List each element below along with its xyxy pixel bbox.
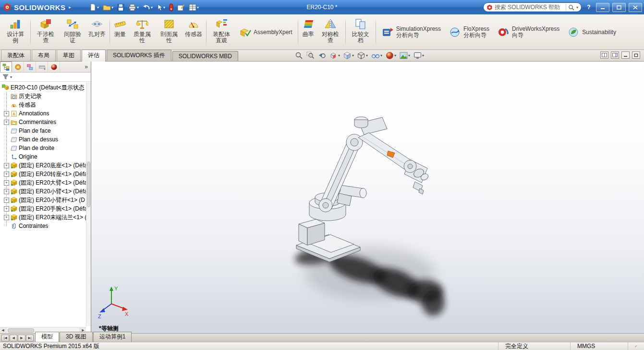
expand-toggle[interactable]: + bbox=[4, 163, 9, 168]
ribbon-button-sustainability[interactable]: Sustainability bbox=[563, 16, 620, 49]
dropdown-caret-icon[interactable]: ▾ bbox=[366, 53, 368, 58]
tab-propertymanager[interactable] bbox=[12, 62, 24, 72]
tree-item-front-plane[interactable]: Plan de face bbox=[0, 126, 91, 135]
dropdown-caret-icon[interactable]: ▾ bbox=[380, 53, 382, 58]
help-search-box[interactable]: ▾ bbox=[483, 2, 582, 12]
robot-model[interactable] bbox=[91, 62, 644, 333]
tree-item-comments[interactable]: + Commentaires bbox=[0, 118, 91, 126]
tab-3d-views[interactable]: 3D 视图 bbox=[60, 332, 93, 342]
ribbon-button-mass-properties[interactable]: 质量属性 bbox=[129, 16, 156, 49]
expand-toggle[interactable]: + bbox=[4, 215, 9, 220]
ribbon-button-design-study[interactable]: 设计算例 bbox=[2, 16, 29, 49]
tab-sketch[interactable]: 草图 bbox=[57, 50, 81, 61]
search-icon[interactable] bbox=[568, 4, 574, 11]
tree-item-annotations[interactable]: + Annotations bbox=[0, 109, 91, 118]
search-caret-icon[interactable]: ▾ bbox=[576, 5, 578, 10]
document-minimize-button[interactable] bbox=[621, 51, 630, 59]
tree-item-origin[interactable]: Origine bbox=[0, 152, 91, 161]
graphics-viewport[interactable]: Y X Z *等轴测 bbox=[91, 62, 644, 333]
panel-tab-overflow-button[interactable]: » bbox=[82, 62, 91, 72]
edit-appearance-button[interactable]: ▾ bbox=[385, 51, 397, 60]
window-minimize-button[interactable] bbox=[596, 3, 609, 12]
ribbon-button-curvature[interactable]: 曲率 bbox=[300, 16, 317, 49]
previous-tab-button[interactable]: ◀ bbox=[10, 335, 17, 341]
view-orientation-button[interactable]: ▾ bbox=[342, 51, 355, 60]
units-selector[interactable]: MMGS bbox=[570, 342, 628, 350]
tab-featuremanager-tree[interactable] bbox=[0, 62, 12, 72]
apply-scene-button[interactable]: ▾ bbox=[399, 51, 411, 60]
ribbon-button-symmetry-check[interactable]: 对称检查 bbox=[317, 16, 344, 49]
ribbon-button-interference-detection[interactable]: 干涉检查 bbox=[32, 16, 59, 49]
options-button[interactable]: ▾ bbox=[187, 3, 200, 12]
ribbon-button-driveworksxpress-wizard[interactable]: DriveWorksXpress 向导 bbox=[493, 16, 563, 49]
filter-caret-icon[interactable]: ▾ bbox=[10, 75, 12, 79]
tree-item-part-wrist[interactable]: + (固定) ER20手腕<1> (Défa bbox=[0, 204, 91, 213]
tab-solidworks-addins[interactable]: SOLIDWORKS 插件 bbox=[107, 50, 171, 61]
select-button[interactable]: ▾ bbox=[155, 3, 167, 12]
dropdown-caret-icon[interactable]: ▾ bbox=[137, 5, 139, 10]
tab-evaluate[interactable]: 评估 bbox=[82, 50, 106, 62]
window-close-button[interactable] bbox=[629, 3, 642, 12]
dropdown-caret-icon[interactable]: ▾ bbox=[197, 5, 199, 10]
dropdown-caret-icon[interactable]: ▾ bbox=[163, 5, 165, 10]
expand-toggle[interactable]: + bbox=[4, 180, 9, 186]
help-button[interactable]: ? bbox=[584, 3, 593, 12]
tree-item-mates[interactable]: Contraintes bbox=[0, 222, 91, 230]
tree-item-part-smallarm[interactable]: + (固定) ER20小臂<1> (Défa bbox=[0, 187, 91, 196]
display-pane-toggle-button[interactable] bbox=[600, 51, 608, 59]
tree-item-part-end-flange[interactable]: + (固定) ER20末端法兰<1> ( bbox=[0, 213, 91, 222]
new-document-button[interactable]: ▾ bbox=[87, 2, 100, 12]
app-logo[interactable]: SOLIDWORKS ▸ bbox=[0, 3, 75, 12]
tab-motion-study-1[interactable]: 运动算例1 bbox=[93, 332, 132, 342]
tree-filter-row[interactable]: ▾ bbox=[0, 73, 91, 82]
section-view-button[interactable]: ▾ bbox=[328, 51, 341, 60]
ribbon-button-floxpress-wizard[interactable]: FloXpress 分析向导 bbox=[445, 16, 493, 49]
ribbon-button-simulationxpress-wizard[interactable]: SimulationXpress 分析向导 bbox=[377, 16, 445, 49]
zoom-to-area-button[interactable] bbox=[305, 51, 316, 60]
tree-item-part-bigarm[interactable]: + (固定) ER20大臂<1> (Défa bbox=[0, 178, 91, 187]
tree-item-sensors[interactable]: 传感器 bbox=[0, 100, 91, 109]
dropdown-caret-icon[interactable]: ▾ bbox=[422, 53, 424, 58]
tree-root-assembly[interactable]: ER20-C10 (Défaut<显示状态 bbox=[0, 83, 91, 92]
window-restore-button[interactable] bbox=[612, 3, 626, 12]
print-button[interactable]: ▾ bbox=[127, 3, 140, 12]
dropdown-caret-icon[interactable]: ▾ bbox=[338, 53, 340, 58]
next-tab-button[interactable]: ▶ bbox=[18, 335, 25, 341]
dropdown-caret-icon[interactable]: ▾ bbox=[352, 53, 354, 58]
tab-dimxpertmanager[interactable] bbox=[36, 62, 48, 72]
expand-toggle[interactable]: + bbox=[4, 111, 9, 116]
tab-displaymanager[interactable] bbox=[48, 62, 60, 72]
expand-toggle[interactable]: + bbox=[4, 206, 9, 212]
tab-layout[interactable]: 布局 bbox=[32, 50, 56, 61]
expand-toggle[interactable]: + bbox=[4, 120, 9, 125]
ribbon-button-clearance-verification[interactable]: 间隙验证 bbox=[59, 16, 86, 49]
ribbon-button-hole-alignment[interactable]: 孔对齐 bbox=[86, 16, 108, 49]
view-settings-button[interactable]: ▾ bbox=[413, 51, 425, 60]
tree-item-right-plane[interactable]: Plan de droite bbox=[0, 144, 91, 152]
tree-item-part-turret[interactable]: + (固定) ER20转座<1> (Défa bbox=[0, 170, 91, 178]
scroll-left-button[interactable]: ◀ bbox=[0, 327, 6, 334]
edit-component-button[interactable] bbox=[176, 3, 186, 12]
dropdown-caret-icon[interactable]: ▾ bbox=[394, 53, 396, 58]
horizontal-scroll-thumb[interactable] bbox=[8, 328, 34, 333]
display-style-button[interactable]: ▾ bbox=[356, 51, 369, 60]
hide-show-items-button[interactable]: ▾ bbox=[370, 51, 383, 60]
open-button[interactable]: ▾ bbox=[101, 3, 115, 12]
tree-item-part-smallarm-rod[interactable]: + (固定) ER20小臂杆<1> (D bbox=[0, 196, 91, 204]
dropdown-caret-icon[interactable]: ▾ bbox=[97, 5, 99, 10]
menu-expand-arrow-icon[interactable]: ▸ bbox=[69, 5, 71, 10]
ribbon-button-compare-documents[interactable]: 比较文档 bbox=[347, 16, 374, 49]
ribbon-button-assemblyxpert[interactable]: AssemblyXpert bbox=[235, 16, 296, 49]
vertical-scroll-thumb[interactable] bbox=[87, 162, 90, 207]
tree-item-top-plane[interactable]: Plan de dessus bbox=[0, 135, 91, 144]
document-restore-button[interactable] bbox=[632, 51, 640, 59]
first-tab-button[interactable]: |◀ bbox=[1, 335, 9, 341]
zoom-fit-button[interactable] bbox=[294, 51, 304, 60]
dropdown-caret-icon[interactable]: ▾ bbox=[408, 53, 410, 58]
dropdown-caret-icon[interactable]: ▾ bbox=[111, 5, 113, 10]
search-input[interactable] bbox=[495, 4, 564, 11]
status-edit-button[interactable] bbox=[628, 342, 644, 350]
last-tab-button[interactable]: ▶| bbox=[26, 335, 34, 341]
tab-configurationmanager[interactable] bbox=[24, 62, 36, 72]
tree-vertical-scrollbar[interactable] bbox=[86, 82, 91, 326]
